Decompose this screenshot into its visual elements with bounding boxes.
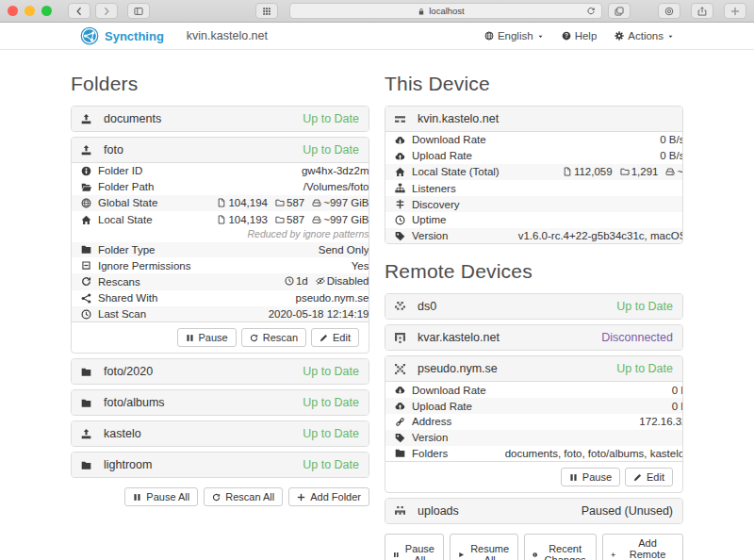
favorites-grid-button[interactable] <box>255 3 278 19</box>
row-label: Folder Path <box>98 181 154 192</box>
pause-icon <box>133 493 141 502</box>
device-header-uploads[interactable]: uploads Paused (Unused) <box>385 499 682 523</box>
folder-name: documents <box>104 112 303 125</box>
recent-changes-button[interactable]: Recent Changes <box>524 534 597 560</box>
edit-button[interactable]: Edit <box>311 328 359 347</box>
discovery-value: 4/5 <box>509 196 683 212</box>
home-icon <box>395 167 405 177</box>
minimize-window-button[interactable] <box>25 6 35 16</box>
folder-status: Up to Date <box>303 112 359 125</box>
folder-name: foto/2020 <box>104 365 303 378</box>
add-folder-button[interactable]: Add Folder <box>288 487 369 506</box>
folder-status: Up to Date <box>303 396 359 409</box>
table-row: Local State (Total) 112,0591,291~1.01 Ti… <box>385 164 683 181</box>
url-text: localhost <box>429 6 465 16</box>
folder-header-foto[interactable]: foto Up to Date <box>72 138 369 162</box>
device-panel-pseudo: pseudo.nym.se Up to Date Download Rate 0… <box>385 355 683 493</box>
rescan-all-button[interactable]: Rescan All <box>204 487 283 506</box>
tabs-icon <box>615 7 624 16</box>
table-row: Upload Rate 0 B/s (595 B) <box>385 398 683 414</box>
new-tab-button[interactable] <box>724 3 746 19</box>
cloud-download-icon <box>395 385 405 395</box>
actions-label: Actions <box>628 30 664 41</box>
address-value: 172.16.32.11:22000 <box>496 414 683 430</box>
pause-all-folders-button[interactable]: Pause All <box>124 487 198 506</box>
close-window-button[interactable] <box>8 6 18 16</box>
pause-button[interactable]: Pause <box>177 328 237 347</box>
upload-rate-value: 0 B/s (595 B) <box>496 398 683 414</box>
row-label: Version <box>412 230 448 241</box>
help-menu[interactable]: Help <box>562 30 598 41</box>
reload-icon[interactable] <box>586 7 596 16</box>
device-identicon <box>395 114 405 124</box>
rescan-button[interactable]: Rescan <box>241 328 306 347</box>
table-row: Folder ID gw4hx-3dz2m <box>72 163 369 179</box>
info-icon <box>533 551 537 559</box>
upload-icon <box>81 429 91 439</box>
address-bar[interactable]: localhost <box>289 3 602 19</box>
folder-name: foto <box>104 143 303 156</box>
file-icon <box>217 215 226 224</box>
actions-menu[interactable]: Actions <box>615 30 674 41</box>
hdd-icon <box>312 215 321 224</box>
folder-icon <box>395 448 405 458</box>
back-button[interactable] <box>68 3 90 19</box>
sidebar-toggle-button[interactable] <box>127 3 150 19</box>
cloud-upload-icon <box>395 151 405 161</box>
globe-icon <box>81 198 91 208</box>
folder-header-foto2020[interactable]: foto/2020 Up to Date <box>72 359 369 384</box>
edit-device-button[interactable]: Edit <box>625 468 673 486</box>
row-label: Folders <box>412 448 448 459</box>
device-panel-kvar: kvar.kastelo.net Disconnected <box>385 324 683 351</box>
folders-actions: Pause All Rescan All Add Folder <box>71 487 369 506</box>
directory-icon <box>275 198 285 207</box>
row-label: Local State (Total) <box>412 166 500 177</box>
resume-all-button[interactable]: Resume All <box>450 534 518 560</box>
folder-icon <box>81 244 91 255</box>
global-dirs: 587 <box>287 197 304 208</box>
sidebar-icon <box>134 7 143 16</box>
local-dirs: 1,291 <box>631 166 659 177</box>
folder-panel-lightroom: lightroom Up to Date <box>71 452 369 478</box>
page-settings-button[interactable] <box>658 3 680 19</box>
table-row: Uptime <1m <box>385 212 683 228</box>
add-remote-device-button[interactable]: Add Remote Device <box>602 534 683 560</box>
ignore-permissions-value: Yes <box>200 257 369 273</box>
folder-header-kastelo[interactable]: kastelo Up to Date <box>72 421 369 446</box>
syncthing-brand: Syncthing <box>80 26 164 45</box>
language-menu[interactable]: English <box>484 30 544 41</box>
folder-header-fotoalbums[interactable]: foto/albums Up to Date <box>72 390 369 415</box>
question-icon <box>562 31 571 41</box>
tag-icon <box>395 433 405 443</box>
folder-panel-fotoalbums: foto/albums Up to Date <box>71 389 369 416</box>
target-icon <box>664 7 674 16</box>
folder-header-lightroom[interactable]: lightroom Up to Date <box>72 453 369 477</box>
folder-header-documents[interactable]: documents Up to Date <box>72 107 369 131</box>
browser-toolbar: localhost <box>0 0 754 23</box>
grid-icon <box>262 7 271 16</box>
pause-device-button[interactable]: Pause <box>561 468 620 486</box>
share-button[interactable] <box>691 3 713 19</box>
table-row: Last Scan 2020-05-18 12:14:19 <box>72 306 369 322</box>
clock-icon <box>81 309 91 320</box>
eye-slash-icon <box>316 276 325 286</box>
zoom-window-button[interactable] <box>41 6 52 16</box>
plus-icon <box>611 551 615 559</box>
app-header: Syncthing kvin.kastelo.net English Help … <box>0 23 754 50</box>
folder-icon <box>81 367 91 377</box>
tab-overview-button[interactable] <box>608 3 631 19</box>
device-header-ds0[interactable]: ds0 Up to Date <box>385 294 682 319</box>
download-rate-value: 0 B/s (640 B) <box>496 382 683 398</box>
minus-square-icon <box>81 260 91 271</box>
pause-all-devices-button[interactable]: Pause All <box>385 534 444 560</box>
this-device-header[interactable]: kvin.kastelo.net <box>385 107 682 131</box>
row-label: Upload Rate <box>412 150 472 161</box>
table-row: Folders documents, foto, foto/albums, ka… <box>385 446 683 462</box>
table-row: Address 172.16.32.11:22000 <box>385 414 683 430</box>
device-header-pseudo[interactable]: pseudo.nym.se Up to Date <box>385 356 682 381</box>
row-label: Address <box>412 416 451 427</box>
chevron-right-icon <box>102 7 111 16</box>
device-header-kvar[interactable]: kvar.kastelo.net Disconnected <box>385 325 682 350</box>
forward-button[interactable] <box>95 3 118 19</box>
pause-icon <box>569 473 578 482</box>
